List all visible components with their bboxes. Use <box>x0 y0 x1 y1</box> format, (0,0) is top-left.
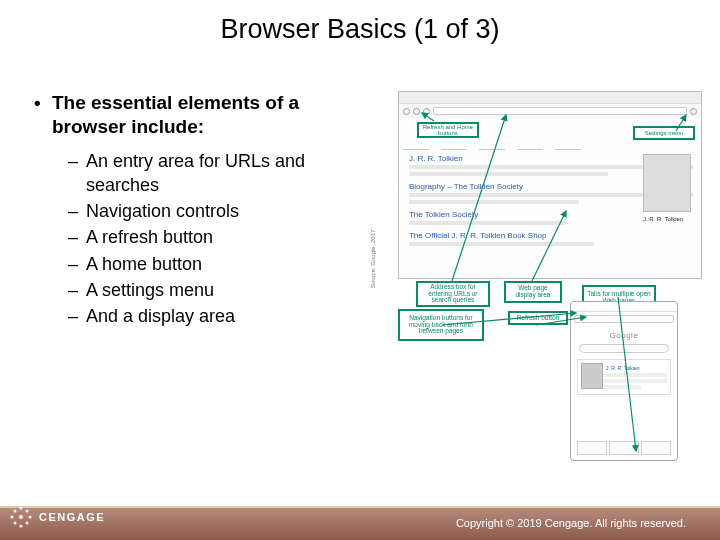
sub-bullet: A settings menu <box>68 278 372 302</box>
address-bar <box>433 107 687 115</box>
svg-point-15 <box>26 522 29 525</box>
svg-point-12 <box>14 510 17 513</box>
callout-refresh-home: Refresh and Home buttons <box>417 122 479 138</box>
sub-bullet: An entry area for URLs and searches <box>68 149 372 198</box>
copyright: Copyright © 2019 Cengage. All rights res… <box>456 517 686 529</box>
knowledge-panel-title: J. R. R. Tolkien <box>643 216 693 222</box>
footer: CENGAGE Copyright © 2019 Cengage. All ri… <box>0 506 720 540</box>
callout-address-box: Address box for entering URLs or search … <box>416 281 490 307</box>
bookmarks-bar <box>403 140 697 150</box>
mobile-search-box <box>579 344 669 353</box>
callout-refresh: Refresh button <box>508 311 568 325</box>
starburst-icon <box>8 504 34 530</box>
sub-bullets: An entry area for URLs and searches Navi… <box>34 139 372 329</box>
sub-bullet: A refresh button <box>68 225 372 249</box>
svg-point-8 <box>19 506 22 509</box>
callout-display-area: Web page display area <box>504 281 562 303</box>
callout-settings-menu: Settings menu <box>633 126 695 140</box>
sub-bullet: A home button <box>68 252 372 276</box>
svg-point-10 <box>10 515 13 518</box>
brand-logo: CENGAGE <box>8 504 105 530</box>
sub-bullet: And a display area <box>68 304 372 328</box>
figure: Refresh and Home buttons Settings menu J… <box>386 91 704 431</box>
text-column: The essential elements of a browser incl… <box>34 91 372 431</box>
svg-point-14 <box>14 522 17 525</box>
slide-title: Browser Basics (1 of 3) <box>0 0 720 45</box>
sub-bullet: Navigation controls <box>68 199 372 223</box>
tab-bar <box>399 92 701 104</box>
mobile-address-bar <box>574 315 674 323</box>
svg-point-13 <box>26 510 29 513</box>
lead-bullet: The essential elements of a browser incl… <box>34 91 372 139</box>
result-link: The Official J. R. R. Tolkien Book Shop <box>409 231 693 240</box>
mobile-result-card: J. R. R. Tolkien <box>577 359 671 395</box>
desktop-browser-mock: Refresh and Home buttons Settings menu J… <box>398 91 702 279</box>
svg-point-11 <box>28 515 31 518</box>
callout-navigation: Navigation buttons for moving back and f… <box>398 309 484 341</box>
forward-icon <box>413 108 420 115</box>
svg-point-9 <box>19 524 22 527</box>
page-body: J. R. R. Tolkien Biography – The Tolkien… <box>409 154 693 270</box>
menu-icon <box>690 108 697 115</box>
knowledge-panel-image <box>643 154 691 212</box>
content-area: The essential elements of a browser incl… <box>0 45 720 431</box>
mobile-status-bar <box>571 302 677 312</box>
mobile-browser-mock: Google J. R. R. Tolkien <box>570 301 678 461</box>
mobile-tabs <box>577 441 671 455</box>
toolbar <box>399 104 701 118</box>
brand-text: CENGAGE <box>39 511 105 523</box>
mobile-portrait <box>581 363 603 389</box>
svg-point-7 <box>19 515 23 519</box>
mobile-logo: Google <box>571 326 677 342</box>
refresh-icon <box>423 108 430 115</box>
back-icon <box>403 108 410 115</box>
figure-credit: Source: Google, 2017 <box>370 118 376 288</box>
